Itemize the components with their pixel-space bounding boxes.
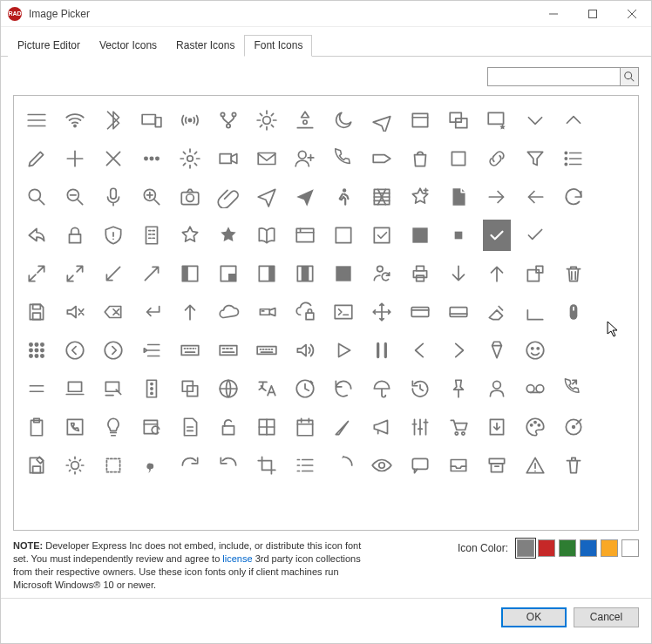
square-icon[interactable]	[445, 143, 472, 174]
minimize-button[interactable]	[533, 1, 573, 27]
crop-icon[interactable]	[253, 450, 281, 481]
megaphone-icon[interactable]	[368, 411, 396, 443]
refresh-icon[interactable]	[560, 181, 587, 213]
voicemail-icon[interactable]	[521, 373, 549, 404]
tablet-v-icon[interactable]	[445, 296, 472, 328]
arrow-up-thin-icon[interactable]	[176, 296, 204, 328]
print-icon[interactable]	[406, 258, 434, 289]
plus-icon[interactable]	[61, 143, 89, 174]
mute-icon[interactable]	[61, 296, 89, 328]
tab-picture-editor[interactable]: Picture Editor	[8, 35, 90, 57]
cart-icon[interactable]	[445, 411, 472, 443]
keyboard-wide-icon[interactable]	[253, 335, 281, 366]
color-swatch[interactable]	[559, 539, 576, 557]
checkbox-checked-icon[interactable]	[483, 220, 511, 251]
comma-heavy-icon[interactable]	[138, 450, 166, 481]
panel-right-icon[interactable]	[253, 258, 281, 289]
sun-icon[interactable]	[61, 450, 89, 481]
redo-icon[interactable]	[176, 450, 204, 481]
chat-icon[interactable]	[406, 450, 434, 481]
window-icon[interactable]	[406, 105, 434, 136]
browser-icon[interactable]	[291, 220, 319, 251]
cloud-lock-icon[interactable]	[291, 296, 319, 328]
volume-icon[interactable]	[291, 335, 319, 366]
send-icon[interactable]	[253, 181, 281, 213]
stop-small-icon[interactable]	[445, 220, 472, 251]
link-icon[interactable]	[483, 143, 511, 174]
eraser-icon[interactable]	[483, 296, 511, 328]
tab-font-icons[interactable]: Font Icons	[244, 35, 312, 57]
page-icon[interactable]	[445, 181, 472, 213]
enter-icon[interactable]	[138, 296, 166, 328]
warning-icon[interactable]	[521, 450, 549, 481]
branch-icon[interactable]	[214, 105, 242, 136]
orientation-icon[interactable]	[291, 105, 319, 136]
list-icon[interactable]	[560, 143, 587, 174]
more-icon[interactable]	[138, 143, 166, 174]
license-link[interactable]: license	[222, 553, 252, 564]
arrow-down-icon[interactable]	[445, 258, 472, 289]
calendar-sync-icon[interactable]	[138, 411, 166, 443]
draft-icon[interactable]	[176, 411, 204, 443]
signal-icon[interactable]	[329, 411, 357, 443]
pause-icon[interactable]	[368, 335, 396, 366]
terminal-icon[interactable]	[329, 296, 357, 328]
move-icon[interactable]	[368, 296, 396, 328]
undo-alt-icon[interactable]	[214, 450, 242, 481]
mail-icon[interactable]	[253, 143, 281, 174]
search-button[interactable]	[620, 67, 639, 86]
tab-raster-icons[interactable]: Raster Icons	[166, 35, 244, 57]
star-outline-icon[interactable]	[176, 220, 204, 251]
walk-icon[interactable]	[329, 181, 357, 213]
equals-icon[interactable]	[23, 373, 51, 404]
resize-in-icon[interactable]	[138, 258, 166, 289]
equalizer-icon[interactable]	[406, 411, 434, 443]
microphone-icon[interactable]	[99, 181, 127, 213]
broadcast-icon[interactable]	[176, 105, 204, 136]
window-star-icon[interactable]	[483, 105, 511, 136]
expand-icon[interactable]	[61, 258, 89, 289]
call-box-icon[interactable]	[61, 411, 89, 443]
delete-back-icon[interactable]	[99, 296, 127, 328]
copy-icon[interactable]	[176, 373, 204, 404]
circle-right-icon[interactable]	[99, 335, 127, 366]
user-icon[interactable]	[483, 373, 511, 404]
call-in-icon[interactable]	[560, 373, 587, 404]
mouse-icon[interactable]	[560, 296, 587, 328]
save-edit-icon[interactable]	[23, 450, 51, 481]
tab-vector-icons[interactable]: Vector Icons	[90, 35, 166, 57]
moon-icon[interactable]	[329, 105, 357, 136]
color-swatch[interactable]	[601, 539, 618, 557]
panel-bottom-right-icon[interactable]	[214, 258, 242, 289]
circle-left-icon[interactable]	[61, 335, 89, 366]
arrow-up-icon[interactable]	[483, 258, 511, 289]
rect-filled-icon[interactable]	[406, 220, 434, 251]
trash-alt-icon[interactable]	[560, 450, 587, 481]
phone-icon[interactable]	[329, 143, 357, 174]
send-filled-icon[interactable]	[291, 181, 319, 213]
save-icon[interactable]	[23, 296, 51, 328]
schedule-icon[interactable]	[291, 373, 319, 404]
pin-icon[interactable]	[445, 373, 472, 404]
laptop-icon[interactable]	[61, 373, 89, 404]
server-icon[interactable]	[138, 373, 166, 404]
brightness-icon[interactable]	[253, 105, 281, 136]
panel-left-icon[interactable]	[176, 258, 204, 289]
calendar-icon[interactable]	[291, 411, 319, 443]
select-icon[interactable]	[99, 450, 127, 481]
umbrella-icon[interactable]	[368, 373, 396, 404]
caret-right-icon[interactable]	[445, 335, 472, 366]
check-icon[interactable]	[521, 220, 549, 251]
lock-icon[interactable]	[61, 220, 89, 251]
indent-icon[interactable]	[138, 335, 166, 366]
wifi-icon[interactable]	[61, 105, 89, 136]
smiley-icon[interactable]	[521, 335, 549, 366]
resize-out-icon[interactable]	[99, 258, 127, 289]
translate-icon[interactable]	[253, 373, 281, 404]
palette-icon[interactable]	[521, 411, 549, 443]
inbox-icon[interactable]	[445, 450, 472, 481]
archive-icon[interactable]	[483, 450, 511, 481]
airplane-icon[interactable]	[368, 105, 396, 136]
color-swatch[interactable]	[538, 539, 555, 557]
window-copy-icon[interactable]	[445, 105, 472, 136]
